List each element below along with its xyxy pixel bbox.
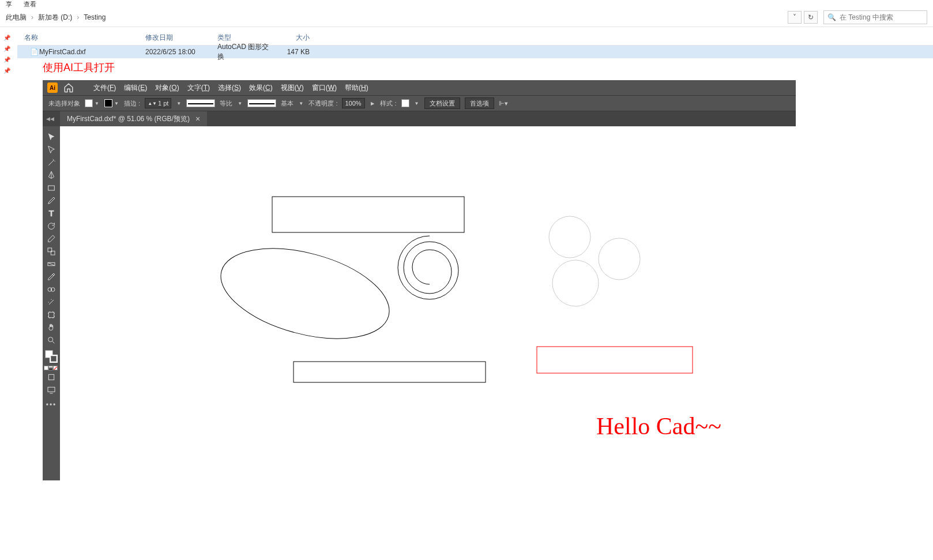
screen-mode-icon[interactable] — [44, 384, 59, 396]
svg-rect-6 — [48, 312, 54, 317]
ribbon-tab[interactable]: 查看 — [24, 0, 36, 8]
menu-视图[interactable]: 视图(V) — [279, 82, 306, 94]
type-tool[interactable] — [44, 207, 59, 219]
opacity-label: 不透明度 : — [309, 99, 337, 108]
column-header-date[interactable]: 修改日期 — [145, 33, 217, 43]
selection-tool[interactable] — [44, 131, 59, 143]
menu-帮助[interactable]: 帮助(H) — [343, 82, 371, 94]
brush-preview[interactable] — [247, 99, 276, 107]
menu-选择[interactable]: 选择(S) — [216, 82, 243, 94]
rotate-tool[interactable] — [44, 220, 59, 232]
zoom-tool[interactable] — [44, 334, 59, 346]
file-explorer: 享 查看 此电脑 › 新加卷 (D:) › Testing ˅ ↻ 🔍 在 Te… — [0, 0, 933, 58]
shape-spiral[interactable] — [398, 236, 458, 299]
more-tools-icon[interactable]: ••• — [46, 401, 57, 409]
file-size: 147 KB — [275, 48, 310, 56]
collapse-icon[interactable]: ◀◀ — [46, 116, 54, 122]
file-name: MyFirstCad.dxf — [39, 48, 86, 56]
shape-rectangle-red[interactable] — [537, 347, 693, 373]
blend-tool[interactable] — [44, 283, 59, 295]
search-icon: 🔍 — [827, 13, 836, 21]
column-header-size[interactable]: 大小 — [275, 33, 310, 43]
rectangle-tool[interactable] — [44, 182, 59, 194]
menu-对象[interactable]: 对象(O) — [153, 82, 181, 94]
document-tab[interactable]: MyFirstCad.dxf* @ 51.06 % (RGB/预览) × — [60, 111, 207, 126]
menu-文件[interactable]: 文件(F) — [91, 82, 118, 94]
close-icon[interactable]: × — [195, 114, 200, 123]
shape-rectangle[interactable] — [294, 362, 486, 382]
app-logo: Ai — [47, 82, 58, 93]
paintbrush-tool[interactable] — [44, 194, 59, 206]
shape-circle[interactable] — [549, 216, 590, 258]
symbol-sprayer-tool[interactable] — [44, 296, 59, 308]
stroke-weight-input[interactable]: ▲▼1 pt — [145, 98, 171, 108]
shape-circle[interactable] — [552, 260, 599, 306]
eraser-tool[interactable] — [44, 232, 59, 245]
tool-panel: ••• — [43, 126, 60, 480]
magic-wand-tool[interactable] — [44, 156, 59, 168]
file-list: 名称 修改日期 类型 大小 📄 MyFirstCad.dxf 2022/6/25… — [17, 33, 933, 58]
draw-mode-icon[interactable] — [44, 371, 59, 383]
pin-icon: 📌 — [3, 46, 10, 52]
menu-效果[interactable]: 效果(C) — [247, 82, 275, 94]
menu-编辑[interactable]: 编辑(E) — [122, 82, 149, 94]
shape-rectangle[interactable] — [272, 197, 464, 232]
canvas-text[interactable]: Hello Cad~~ — [596, 413, 721, 439]
menu-文字[interactable]: 文字(T) — [185, 82, 212, 94]
chevron-down-icon[interactable]: ▼ — [414, 101, 420, 106]
direct-selection-tool[interactable] — [44, 144, 59, 156]
chevron-down-icon[interactable]: ▼ — [298, 101, 304, 106]
stroke-label: 描边 : — [124, 99, 140, 108]
fill-stroke-control[interactable] — [45, 350, 58, 363]
history-dropdown[interactable]: ˅ — [788, 11, 802, 24]
align-icon[interactable]: ⊩▾ — [499, 100, 508, 107]
search-input[interactable]: 🔍 在 Testing 中搜索 — [823, 10, 927, 24]
file-row[interactable]: 📄 MyFirstCad.dxf 2022/6/25 18:00 AutoCAD… — [17, 46, 933, 58]
stroke-swatch[interactable] — [104, 99, 112, 107]
illustrator-window: Ai 文件(F)编辑(E)对象(O)文字(T)选择(S)效果(C)视图(V)窗口… — [43, 80, 796, 480]
chevron-down-icon[interactable]: ▼ — [237, 101, 243, 106]
svg-point-7 — [48, 337, 53, 341]
basic-label: 基本 — [281, 99, 294, 108]
column-header-name[interactable]: 名称 — [17, 33, 145, 43]
ribbon-tab[interactable]: 享 — [6, 0, 12, 8]
breadcrumb[interactable]: 此电脑 › 新加卷 (D:) › Testing — [6, 13, 782, 22]
chevron-down-icon[interactable]: ▼ — [176, 101, 182, 106]
canvas[interactable]: Hello Cad~~ — [60, 126, 796, 480]
document-tab-title: MyFirstCad.dxf* @ 51.06 % (RGB/预览) — [67, 114, 190, 124]
document-setup-button[interactable]: 文档设置 — [424, 97, 460, 109]
home-icon[interactable] — [63, 82, 74, 93]
pin-icon: 📌 — [3, 35, 10, 41]
hand-tool[interactable] — [44, 321, 59, 333]
stroke-color-icon[interactable] — [50, 355, 58, 363]
quick-access-pins: 📌 📌 📌 📌 — [3, 35, 10, 74]
breadcrumb-item[interactable]: Testing — [84, 13, 106, 21]
fill-swatch[interactable] — [85, 99, 93, 107]
shape-ellipse[interactable] — [211, 232, 399, 355]
menu-窗口[interactable]: 窗口(W) — [310, 82, 339, 94]
pen-tool[interactable] — [44, 169, 59, 181]
breadcrumb-item[interactable]: 新加卷 (D:) — [38, 13, 72, 22]
stroke-style-preview[interactable] — [186, 99, 215, 107]
svg-rect-9 — [48, 387, 55, 392]
eyedropper-tool[interactable] — [44, 270, 59, 283]
file-icon: 📄 — [30, 48, 37, 56]
color-mode-selector[interactable] — [44, 366, 59, 370]
refresh-button[interactable]: ↻ — [804, 11, 818, 24]
graphic-style-swatch[interactable] — [401, 99, 409, 107]
gradient-tool[interactable] — [44, 258, 59, 270]
artboard-tool[interactable] — [44, 309, 59, 321]
svg-rect-8 — [48, 374, 54, 379]
selection-status: 未选择对象 — [48, 99, 80, 108]
opacity-input[interactable]: 100% — [342, 98, 365, 108]
chevron-down-icon[interactable]: ▼ — [114, 101, 119, 106]
column-header-type[interactable]: 类型 — [217, 33, 275, 43]
chevron-right-icon[interactable]: ▶ — [370, 101, 375, 106]
preferences-button[interactable]: 首选项 — [465, 97, 494, 109]
style-label: 样式 : — [380, 99, 396, 108]
breadcrumb-item[interactable]: 此电脑 — [6, 13, 27, 22]
chevron-down-icon[interactable]: ▼ — [94, 101, 100, 106]
menu-bar: Ai 文件(F)编辑(E)对象(O)文字(T)选择(S)效果(C)视图(V)窗口… — [43, 80, 796, 95]
shape-circle[interactable] — [599, 238, 640, 280]
scale-tool[interactable] — [44, 245, 59, 257]
